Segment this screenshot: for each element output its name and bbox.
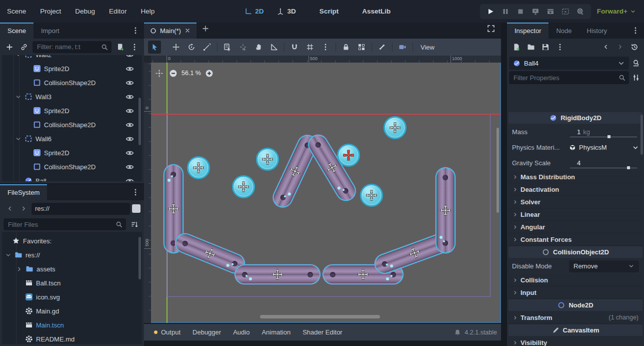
attach-script-button[interactable] (114, 41, 126, 53)
move-gizmo[interactable] (237, 180, 250, 193)
instance-scene-button[interactable] (18, 41, 30, 53)
scene-tree-row[interactable]: CollisionShape2D (2, 76, 142, 90)
move-tool-button[interactable] (170, 42, 182, 53)
save-resource-button[interactable] (540, 41, 552, 53)
ball-node[interactable] (384, 116, 406, 139)
load-resource-button[interactable] (525, 41, 537, 53)
toggle-split-mode-button[interactable] (132, 204, 140, 213)
canvas-h-scrollbar[interactable] (260, 315, 380, 318)
bottom-tab-animation[interactable]: Animation (256, 328, 296, 336)
inspector-category-canvasitem[interactable]: CanvasItem (508, 324, 642, 336)
switcher-script[interactable]: Script (309, 8, 338, 15)
close-icon[interactable] (184, 28, 190, 34)
ruler-tool-button[interactable] (268, 42, 280, 53)
move-gizmo[interactable] (323, 159, 341, 177)
scene-tree-row[interactable]: CollisionShape2D (2, 160, 142, 174)
inspector-dock-menu-button[interactable] (627, 23, 644, 39)
inspector-section-input[interactable]: Input (508, 286, 642, 299)
scene-tree-menu-button[interactable] (128, 41, 140, 53)
inspector-section-transform[interactable]: Transform(1 change) (508, 311, 642, 324)
menu-debug[interactable]: Debug (68, 0, 102, 23)
wall-capsule[interactable] (234, 264, 320, 284)
property-filter-field[interactable] (509, 71, 629, 84)
visibility-toggle-eye-icon[interactable] (126, 135, 134, 143)
view-menu[interactable]: View (418, 44, 438, 51)
scene-tab-import[interactable]: Import (34, 23, 67, 39)
file-tree-row[interactable]: assets (2, 262, 142, 276)
switcher-2d[interactable]: 2D (244, 8, 264, 15)
stop-button[interactable] (514, 6, 527, 18)
inspector-tab-inspector[interactable]: Inspector (507, 23, 548, 39)
nav-forward-button[interactable] (18, 203, 30, 215)
collapse-arrow-icon[interactable] (15, 136, 22, 142)
sort-files-button[interactable] (128, 218, 140, 230)
visibility-toggle-eye-icon[interactable] (126, 177, 134, 182)
inspector-tab-node[interactable]: Node (548, 23, 579, 39)
file-filter-input[interactable] (7, 220, 114, 229)
move-gizmo[interactable] (365, 189, 378, 202)
collapse-arrow-icon[interactable] (15, 55, 22, 58)
visibility-toggle-eye-icon[interactable] (126, 107, 134, 115)
scene-tree-row[interactable]: Ball (2, 174, 142, 181)
edit-history-button[interactable] (628, 41, 640, 53)
zoom-out-button[interactable] (169, 69, 178, 78)
ball-node[interactable] (256, 148, 279, 171)
inspector-category-collisionobject2d[interactable]: CollisionObject2D (508, 246, 642, 258)
menu-help[interactable]: Help (134, 0, 162, 23)
inspector-section-linear[interactable]: Linear (508, 208, 642, 221)
group-object-button[interactable] (356, 42, 367, 53)
value-slider[interactable]: 4 (569, 155, 639, 171)
scene-tab-main[interactable]: Main(*) (144, 23, 196, 39)
slider-thumb[interactable] (608, 135, 610, 138)
add-node-button[interactable] (4, 41, 16, 53)
move-gizmo[interactable] (202, 245, 218, 262)
open-docs-button[interactable] (630, 57, 642, 69)
grid-snap-button[interactable] (304, 42, 316, 53)
history-forward-button[interactable] (614, 41, 626, 53)
collapse-arrow-icon[interactable] (5, 252, 12, 258)
scene-tree-row[interactable]: Sprite2D (2, 104, 142, 118)
notification-bell-icon[interactable] (454, 329, 461, 336)
move-gizmo[interactable] (167, 202, 180, 215)
inspector-section-constant-forces[interactable]: Constant Forces (508, 233, 642, 246)
history-back-button[interactable] (600, 41, 612, 53)
ball-node[interactable] (187, 156, 210, 179)
group-select-tool-button[interactable] (238, 42, 248, 53)
move-gizmo[interactable] (286, 163, 304, 180)
wall-capsule[interactable] (436, 167, 456, 253)
scene-filter-input[interactable] (36, 43, 99, 51)
ball-node[interactable] (232, 175, 255, 198)
movie-button[interactable] (574, 6, 587, 18)
visibility-toggle-eye-icon[interactable] (126, 149, 134, 157)
bottom-tab-shader-editor[interactable]: Shader Editor (296, 328, 348, 336)
inspector-section-solver[interactable]: Solver (508, 196, 642, 208)
bottom-tab-audio[interactable]: Audio (227, 328, 256, 336)
scene-tree-row[interactable]: CollisionShape2D (2, 118, 142, 132)
expand-arrow-icon[interactable] (16, 266, 22, 272)
visibility-toggle-eye-icon[interactable] (126, 121, 134, 129)
menu-scene[interactable]: Scene (0, 0, 33, 23)
nav-back-button[interactable] (4, 203, 16, 215)
canvas-content[interactable]: 56.1 % (151, 63, 501, 323)
scene-tree-row[interactable]: Wall6 (2, 132, 142, 146)
file-filter-field[interactable] (4, 218, 126, 230)
visibility-toggle-eye-icon[interactable] (126, 65, 134, 73)
visibility-toggle-eye-icon[interactable] (126, 93, 134, 101)
renderer-dropdown[interactable]: Forward+ (594, 8, 639, 15)
inspector-tools-button[interactable] (630, 72, 642, 84)
property-filter-input[interactable] (512, 74, 616, 82)
zoom-in-button[interactable] (205, 69, 214, 78)
pause-button[interactable] (499, 6, 512, 18)
ball-node-selected[interactable] (337, 144, 360, 167)
value-slider[interactable]: 1 kg (569, 124, 639, 140)
playcustom-button[interactable] (559, 6, 572, 18)
play-button[interactable] (484, 6, 497, 18)
dropdown-disable-mode[interactable]: Remove (569, 260, 639, 272)
visibility-toggle-eye-icon[interactable] (126, 55, 134, 59)
collapse-arrow-icon[interactable] (15, 94, 22, 100)
file-tree-row[interactable]: res:// (2, 248, 142, 262)
ball-node[interactable] (360, 184, 383, 207)
remote-button[interactable] (529, 6, 542, 18)
switcher-assetlib[interactable]: AssetLib (352, 8, 390, 15)
menu-project[interactable]: Project (33, 0, 68, 23)
